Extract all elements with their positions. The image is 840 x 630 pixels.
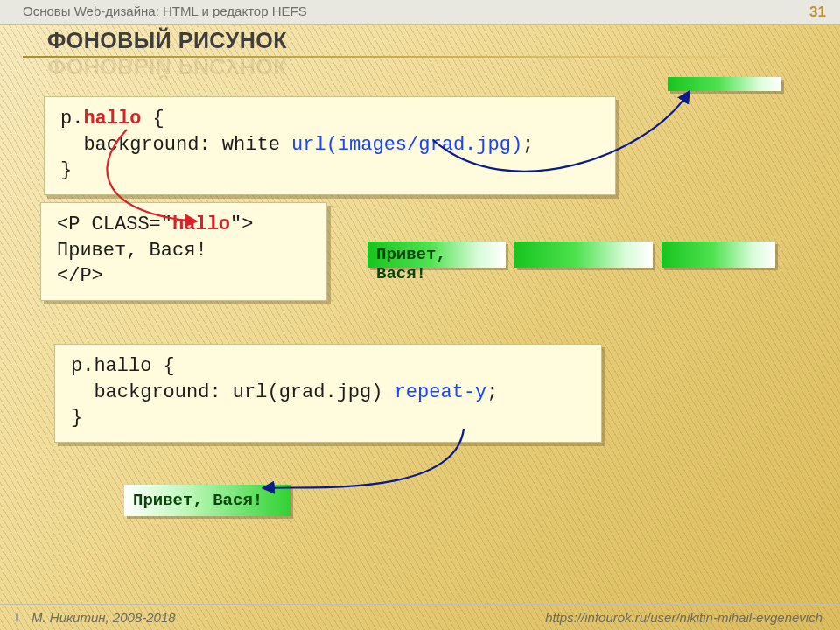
footer-url: https://infourok.ru/user/nikitin-mihail-…: [545, 610, 822, 625]
demo-1-text: Привет, Вася!: [376, 245, 506, 284]
demo-2-text: Привет, Вася!: [133, 491, 262, 510]
gradient-demo-3: [662, 242, 775, 268]
context-bar: Основы Web-дизайна: HTML и редактор HEFS…: [0, 0, 840, 24]
title-underline: [23, 56, 788, 58]
context-title: Основы Web-дизайна: HTML и редактор HEFS: [23, 4, 307, 21]
footer: М. Никитин, 2008-2018 https://infourok.r…: [0, 604, 840, 630]
gradient-demo-repeaty: Привет, Вася!: [124, 485, 290, 516]
code-box-css2: p.hallo { background: url(grad.jpg) repe…: [54, 344, 602, 443]
gradient-demo-2: [514, 242, 653, 268]
code-box-html: <P CLASS="hallo"> Привет, Вася! </P>: [40, 202, 327, 301]
gradient-swatch-small: [668, 77, 781, 91]
gradient-demo-1: Привет, Вася!: [368, 242, 506, 268]
code-box-css1: p.hallo { background: white url(images/g…: [44, 96, 616, 195]
footer-author: М. Никитин, 2008-2018: [32, 610, 176, 625]
slide-title: ФОНОВЫЙ РИСУНОК: [47, 28, 287, 53]
arrow-overlay: [0, 0, 840, 630]
page-number: 31: [809, 4, 826, 21]
